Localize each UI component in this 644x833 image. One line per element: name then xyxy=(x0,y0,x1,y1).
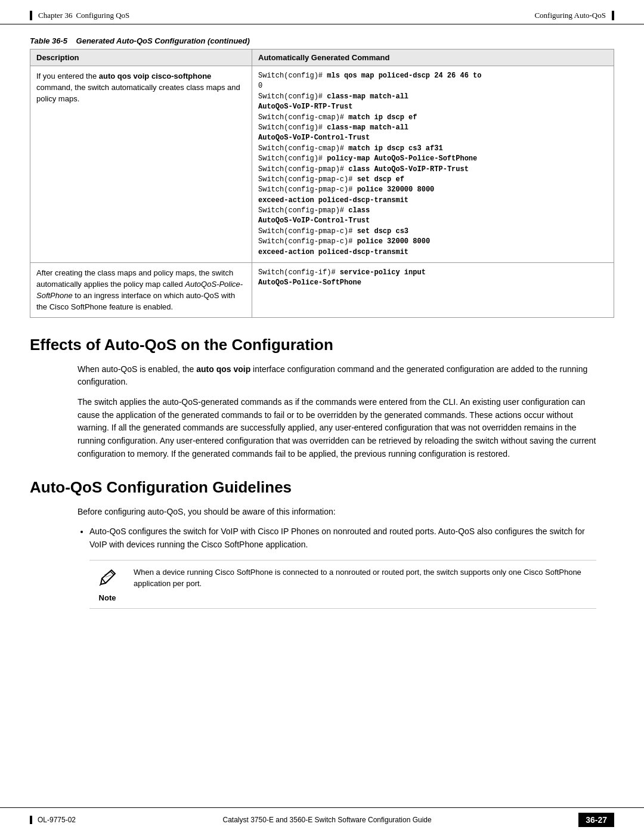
header-right-title: Configuring Auto-QoS xyxy=(534,11,606,20)
footer-bar xyxy=(30,816,32,824)
main-content: Table 36-5 Generated Auto-QoS Configurat… xyxy=(0,24,644,653)
header-bar-left xyxy=(30,11,32,20)
section1-para2: The switch applies the auto-QoS-generate… xyxy=(78,396,596,460)
table-desc-cell-2: After creating the class maps and policy… xyxy=(30,263,252,318)
table-caption: Table 36-5 Generated Auto-QoS Configurat… xyxy=(30,36,614,45)
page-footer: OL-9775-02 Catalyst 3750-E and 3560-E Sw… xyxy=(0,807,644,833)
page-header: Chapter 36 Configuring QoS Configuring A… xyxy=(0,0,644,24)
list-item: Auto-QoS configures the switch for VoIP … xyxy=(89,525,596,551)
doc-number: OL-9775-02 xyxy=(38,816,76,824)
section2-intro: Before configuring auto-QoS, you should … xyxy=(78,506,596,519)
section1-para1: When auto-QoS is enabled, the auto qos v… xyxy=(78,363,596,389)
table-caption-text: Generated Auto-QoS Configuration (contin… xyxy=(76,36,250,45)
section2-heading: Auto-QoS Configuration Guidelines xyxy=(30,478,614,497)
section1-heading: Effects of Auto-QoS on the Configuration xyxy=(30,336,614,354)
footer-left: OL-9775-02 xyxy=(30,816,76,824)
note-container: Note When a device running Cisco SoftPho… xyxy=(89,560,596,609)
table-caption-label: Table 36-5 xyxy=(30,36,67,45)
footer-center: Catalyst 3750-E and 3560-E Switch Softwa… xyxy=(223,816,432,824)
page-number: 36-27 xyxy=(578,813,614,827)
table-cmd-cell-1: Switch(config)# mls qos map policed-dscp… xyxy=(252,66,614,263)
chapter-title: Configuring QoS xyxy=(76,11,129,20)
note-icon-area: Note xyxy=(89,566,125,602)
header-left: Chapter 36 Configuring QoS xyxy=(30,11,129,20)
bullet-list: Auto-QoS configures the switch for VoIP … xyxy=(89,525,596,551)
table-row: After creating the class maps and policy… xyxy=(30,263,614,318)
page: Chapter 36 Configuring QoS Configuring A… xyxy=(0,0,644,833)
cmd-inline-bold: auto qos voip cisco-softphone xyxy=(99,72,212,80)
table-cmd-cell-2: Switch(config-if)# service-policy input … xyxy=(252,263,614,318)
table-desc-cell-1: If you entered the auto qos voip cisco-s… xyxy=(30,66,252,263)
col-command-header: Automatically Generated Command xyxy=(252,49,614,66)
note-label: Note xyxy=(99,593,116,602)
config-table: Description Automatically Generated Comm… xyxy=(30,49,614,318)
chapter-label: Chapter 36 xyxy=(38,11,72,20)
note-text: When a device running Cisco SoftPhone is… xyxy=(134,566,596,590)
col-description-header: Description xyxy=(30,49,252,66)
header-bar-right xyxy=(612,11,614,20)
table-header-row: Description Automatically Generated Comm… xyxy=(30,49,614,66)
table-row: If you entered the auto qos voip cisco-s… xyxy=(30,66,614,263)
pencil-icon xyxy=(96,566,119,592)
header-right: Configuring Auto-QoS xyxy=(534,11,614,20)
pencil-svg xyxy=(96,566,119,589)
